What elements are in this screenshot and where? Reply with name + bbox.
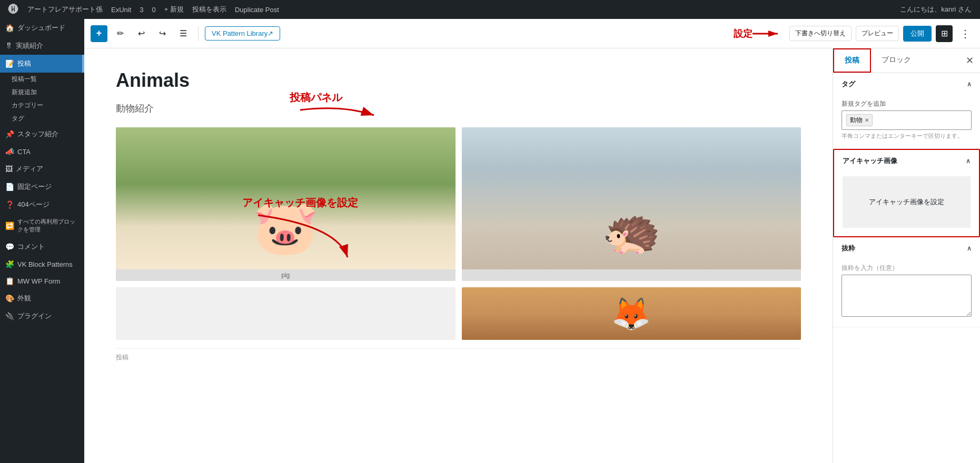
sidebar-item-posts[interactable]: 📝 投稿 (0, 55, 84, 73)
plugins-icon: 🔌 (5, 312, 14, 320)
save-draft-button[interactable]: 下書きへ切り替え (789, 26, 852, 41)
sidebar-item-pages-label: 固定ページ (17, 182, 52, 192)
image-block-hedgehog[interactable] (462, 127, 801, 281)
hedgehog-image (462, 127, 801, 269)
sidebar-item-appearance[interactable]: 🎨 外観 (0, 289, 84, 307)
exunit-menu[interactable]: ExUnit (107, 0, 135, 19)
sidebar-item-media-label: メディア (16, 164, 43, 174)
tags-section: タグ ∧ 新規タグを追加 動物 ✕ 半角コンマまたはエンターキー (833, 73, 980, 149)
tags-section-header[interactable]: タグ ∧ (833, 73, 980, 95)
tags-section-title: タグ (842, 79, 855, 89)
settings-annotation-label: 設定 (734, 27, 753, 40)
sidebar-item-comments[interactable]: 💬 コメント (0, 238, 84, 256)
sidebar-item-media[interactable]: 🖼 メディア (0, 160, 84, 178)
sidebar-item-mwwp-label: MW WP Form (17, 277, 60, 285)
panel-content: タグ ∧ 新規タグを追加 動物 ✕ 半角コンマまたはエンターキー (833, 73, 980, 463)
cta-icon: 📣 (5, 147, 14, 156)
tag-input-label: 新規タグを追加 (842, 99, 972, 108)
sidebar-item-404-label: 404ページ (17, 200, 50, 209)
post-subtitle[interactable]: 動物紹介 (116, 102, 801, 115)
mwwp-icon: 📋 (5, 277, 14, 285)
undo-button[interactable]: ↩ (133, 25, 150, 42)
404-icon: ❓ (5, 200, 14, 209)
image-block-fox[interactable] (462, 287, 801, 340)
tab-block[interactable]: ブロック (871, 49, 922, 73)
excerpt-input-label: 抜粋を入力（任意） (842, 264, 972, 273)
pattern-library-button[interactable]: VK Pattern Library↗ (205, 26, 280, 41)
featured-image-body: アイキャッチ画像を設定 (834, 172, 979, 236)
more-options-button[interactable]: ⋮ (957, 25, 974, 42)
sidebar-item-appearance-label: 外観 (17, 294, 31, 303)
tag-field[interactable]: 動物 ✕ (842, 110, 972, 130)
toolbar-divider (198, 26, 199, 41)
sidebar-sub-category[interactable]: カテゴリー (0, 99, 84, 112)
tag-chip-remove-icon[interactable]: ✕ (865, 117, 869, 123)
view-post-link[interactable]: 投稿を表示 (188, 0, 231, 19)
sidebar-item-reusable-label: すべての再利用ブロックを管理 (17, 218, 79, 234)
sidebar-item-posts-label: 投稿 (17, 59, 31, 68)
sidebar-sub-tag[interactable]: タグ (0, 112, 84, 125)
dashboard-icon: 🏠 (5, 24, 14, 32)
new-post-btn[interactable]: + 新規 (160, 0, 188, 19)
featured-image-header[interactable]: アイキャッチ画像 ∧ (834, 150, 979, 172)
sidebar-item-reusable[interactable]: 🔁 すべての再利用ブロックを管理 (0, 214, 84, 238)
pig-image (116, 127, 456, 269)
set-featured-image-button[interactable]: アイキャッチ画像を設定 (843, 176, 971, 228)
sidebar-item-staff-label: スタッフ紹介 (17, 129, 58, 139)
sidebar-item-jisseki[interactable]: 🎖 実績紹介 (0, 37, 84, 55)
image-block-pig[interactable]: pig (116, 127, 456, 281)
settings-panel-button[interactable]: ⊞ (936, 25, 953, 42)
sidebar-item-vkblock[interactable]: 🧩 VK Block Patterns (0, 256, 84, 273)
main-layout: 🏠 ダッシュボード 🎖 実績紹介 📝 投稿 投稿一覧 新規追加 カテゴリー タグ… (0, 19, 980, 463)
editor-toolbar: + ✏ ↩ ↪ ☰ VK Pattern Library↗ 設定 下書きへ切り替… (84, 19, 980, 48)
sidebar-item-dashboard[interactable]: 🏠 ダッシュボード (0, 19, 84, 37)
edit-mode-button[interactable]: ✏ (112, 25, 128, 42)
sidebar-item-plugins[interactable]: 🔌 プラグイン (0, 307, 84, 325)
appearance-icon: 🎨 (5, 294, 14, 303)
sidebar-item-pages[interactable]: 📄 固定ページ (0, 178, 84, 196)
admin-bar: 🅦 アートフレアサポート係 ExUnit 3 0 + 新規 投稿を表示 Dupl… (0, 0, 980, 19)
editor-canvas[interactable]: Animals 動物紹介 pig (84, 48, 833, 463)
sidebar-item-staff[interactable]: 📌 スタッフ紹介 (0, 125, 84, 143)
tags-chevron-icon: ∧ (967, 80, 972, 88)
excerpt-textarea[interactable] (842, 275, 972, 317)
right-panel: 投稿 ブロック ✕ タグ ∧ 新規タグを追加 (833, 48, 980, 463)
publish-button[interactable]: 公開 (903, 26, 932, 42)
duplicate-post-link[interactable]: Duplicate Post (231, 0, 283, 19)
image-block-blank[interactable] (116, 287, 456, 340)
tag-hint: 半角コンマまたはエンターキーで区切ります。 (842, 132, 972, 140)
panel-close-button[interactable]: ✕ (959, 51, 980, 71)
wp-logo[interactable]: 🅦 (4, 0, 23, 19)
updates-count[interactable]: 3 (135, 0, 147, 19)
blank-image (116, 287, 456, 340)
tags-section-body: 新規タグを追加 動物 ✕ 半角コンマまたはエンターキーで区切ります。 (833, 95, 980, 148)
preview-button[interactable]: プレビュー (856, 26, 899, 41)
sidebar-sub-new-post[interactable]: 新規追加 (0, 86, 84, 99)
excerpt-chevron-icon: ∧ (967, 245, 972, 252)
settings-arrow-icon (751, 26, 783, 42)
image-grid: pig (116, 127, 801, 340)
media-icon: 🖼 (5, 165, 13, 173)
comments-count[interactable]: 0 (148, 0, 160, 19)
featured-image-chevron-icon: ∧ (966, 157, 971, 165)
editor-container: Animals 動物紹介 pig (84, 48, 833, 463)
add-block-button[interactable]: + (91, 25, 107, 42)
sidebar-sub-post-list[interactable]: 投稿一覧 (0, 73, 84, 86)
tag-chip-animal[interactable]: 動物 ✕ (846, 114, 873, 126)
excerpt-section-header[interactable]: 抜粋 ∧ (833, 237, 980, 259)
site-name[interactable]: アートフレアサポート係 (23, 0, 107, 19)
reusable-icon: 🔁 (5, 222, 14, 230)
sidebar-item-404[interactable]: ❓ 404ページ (0, 196, 84, 214)
user-greeting: こんにちは、kanri さん (896, 0, 976, 19)
redo-button[interactable]: ↪ (154, 25, 171, 42)
featured-image-section: アイキャッチ画像 ∧ アイキャッチ画像を設定 (833, 149, 980, 237)
sidebar-item-cta[interactable]: 📣 CTA (0, 143, 84, 160)
sidebar-item-mwwp[interactable]: 📋 MW WP Form (0, 273, 84, 289)
tab-post[interactable]: 投稿 (833, 48, 871, 73)
list-view-button[interactable]: ☰ (175, 25, 192, 42)
post-title[interactable]: Animals (116, 69, 801, 92)
sidebar-item-comments-label: コメント (17, 242, 45, 251)
sidebar: 🏠 ダッシュボード 🎖 実績紹介 📝 投稿 投稿一覧 新規追加 カテゴリー タグ… (0, 19, 84, 463)
excerpt-section-body: 抜粋を入力（任意） (833, 259, 980, 327)
tag-chip-label: 動物 (850, 116, 863, 125)
